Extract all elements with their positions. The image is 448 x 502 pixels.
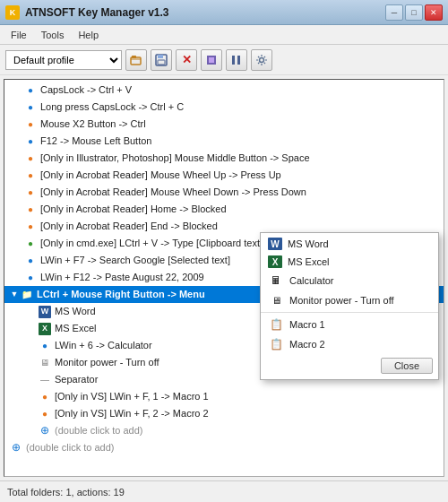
icon4-button[interactable] (201, 49, 222, 71)
tree-item[interactable]: ● [Only in VS] LWin + F, 1 -> Macro 1 (4, 388, 444, 405)
ctx-ms-excel[interactable]: X MS Excel (261, 253, 438, 271)
tree-item-label: [Only in Illustrator, Photoshop] Mouse M… (40, 151, 310, 166)
tree-item-label: F12 -> Mouse Left Button (40, 134, 151, 149)
delete-button[interactable]: ✕ (176, 49, 197, 71)
context-menu: W MS Word X MS Excel 🖩 Calculator 🖥 Moni… (260, 232, 439, 380)
tree-item-label: MS Word (55, 304, 96, 319)
tree-item[interactable]: ● CapsLock -> Ctrl + V (4, 82, 444, 99)
excel-icon: X (39, 323, 51, 335)
main-content: ● CapsLock -> Ctrl + V ● Long press Caps… (0, 75, 448, 480)
tree-item-label: [Only in Acrobat Reader] Mouse Wheel Up … (40, 168, 281, 183)
status-text: Total folders: 1, actions: 19 (7, 487, 125, 498)
expand-icon: ▼ (10, 290, 19, 299)
tree-item-label: [Only in VS] LWin + F, 1 -> Macro 1 (55, 389, 209, 404)
ctx-ms-word[interactable]: W MS Word (261, 235, 438, 253)
folder-label: LCtrl + Mouse Right Button -> Menu (37, 287, 205, 302)
action-icon: ● (39, 391, 51, 403)
action-icon: ● (24, 272, 37, 284)
pause-button[interactable] (226, 49, 247, 71)
tree-item[interactable]: ● [Only in VS] LWin + F, 2 -> Macro 2 (4, 405, 444, 422)
tree-item-label: (double click to add) (55, 423, 142, 438)
tree-item-label: Long press CapsLock -> Ctrl + C (40, 100, 184, 115)
separator-icon: — (39, 374, 51, 386)
ctx-macro2-icon: 📋 (268, 337, 284, 351)
svg-rect-4 (158, 60, 165, 65)
ctx-close-area: Close (261, 354, 438, 377)
ctx-close-button[interactable]: Close (381, 358, 433, 374)
ctx-item-label: Macro 2 (289, 339, 325, 350)
action-icon: ● (24, 135, 37, 148)
ctx-word-icon: W (268, 238, 282, 250)
tree-item-label: [Only in Acrobat Reader] Mouse Wheel Dow… (40, 185, 306, 200)
menu-file[interactable]: File (4, 28, 34, 42)
title-bar: K ATNSOFT Key Manager v1.3 ─ □ ✕ (0, 0, 448, 25)
tree-item-label: LWin + F7 -> Search Google [Selected tex… (40, 253, 230, 268)
tree-item[interactable]: ● [Only in Acrobat Reader] Mouse Wheel U… (4, 167, 444, 184)
action-icon: ● (24, 118, 37, 131)
profile-select[interactable]: Default profile (5, 50, 122, 70)
menu-bar: File Tools Help (0, 25, 448, 45)
tree-item[interactable]: ● Mouse X2 Button -> Ctrl (4, 116, 444, 133)
ctx-macro1[interactable]: 📋 Macro 1 (261, 315, 438, 334)
tree-item[interactable]: ● Long press CapsLock -> Ctrl + C (4, 99, 444, 116)
open-button[interactable] (125, 49, 147, 71)
tree-item-label: LWin + 6 -> Calculator (55, 338, 152, 353)
tree-item-label: [Only in cmd.exe] LCtrl + V -> Type [Cli… (40, 236, 263, 251)
svg-point-9 (260, 57, 264, 62)
status-bar: Total folders: 1, actions: 19 (0, 480, 448, 502)
action-icon: ● (24, 84, 37, 97)
svg-rect-3 (158, 55, 163, 58)
toolbar: Default profile ✕ (0, 45, 448, 75)
tree-item[interactable]: ● [Only in Acrobat Reader] Home -> Block… (4, 201, 444, 218)
ctx-excel-icon: X (268, 255, 282, 268)
add-icon: ⊕ (39, 425, 51, 437)
svg-rect-1 (132, 56, 136, 58)
ctx-item-label: MS Excel (288, 256, 329, 267)
svg-rect-8 (237, 56, 240, 65)
tree-item[interactable]: ● [Only in Illustrator, Photoshop] Mouse… (4, 150, 444, 167)
action-icon: ● (39, 340, 51, 352)
save-button[interactable] (151, 49, 172, 71)
tree-item-label: MS Excel (55, 321, 96, 336)
menu-help[interactable]: Help (71, 28, 106, 42)
action-icon: ● (24, 238, 37, 250)
tree-item[interactable]: ● [Only in Acrobat Reader] Mouse Wheel D… (4, 184, 444, 201)
ctx-item-label: Monitor power - Turn off (289, 295, 394, 306)
ctx-separator (261, 312, 438, 313)
minimize-button[interactable]: ─ (385, 4, 403, 21)
window-title: ATNSOFT Key Manager v1.3 (25, 6, 385, 19)
action-icon: ● (24, 221, 37, 233)
action-icon: ● (24, 152, 37, 165)
action-icon: ● (24, 203, 37, 216)
tree-item-label: Separator (55, 372, 98, 387)
maximize-button[interactable]: □ (405, 4, 423, 21)
add-icon: ⊕ (10, 442, 22, 454)
ctx-calc-icon: 🖩 (268, 273, 284, 288)
action-icon: ● (39, 408, 51, 420)
close-window-button[interactable]: ✕ (425, 4, 443, 21)
folder-icon: 📁 (21, 289, 33, 301)
action-icon: ● (24, 255, 37, 267)
tree-item[interactable]: ● F12 -> Mouse Left Button (4, 133, 444, 150)
menu-tools[interactable]: Tools (34, 28, 72, 42)
ctx-calculator[interactable]: 🖩 Calculator (261, 271, 438, 290)
svg-rect-0 (131, 57, 141, 65)
ctx-item-label: MS Word (288, 238, 329, 249)
tree-item[interactable]: ⊕ (double click to add) (4, 439, 444, 456)
tree-item[interactable]: ⊕ (double click to add) (4, 422, 444, 439)
action-icon: 🖥 (39, 357, 51, 369)
tree-item-label: (double click to add) (26, 440, 114, 455)
svg-rect-7 (232, 56, 235, 65)
ctx-monitor-power[interactable]: 🖥 Monitor power - Turn off (261, 290, 438, 310)
svg-rect-6 (209, 57, 214, 63)
tree-item-label: Mouse X2 Button -> Ctrl (40, 117, 146, 132)
word-icon: W (39, 306, 51, 318)
ctx-macro2[interactable]: 📋 Macro 2 (261, 334, 438, 354)
tree-item-label: Monitor power - Turn off (55, 355, 159, 370)
action-icon: ● (24, 101, 37, 114)
ctx-macro1-icon: 📋 (268, 317, 284, 332)
settings-button[interactable] (251, 49, 272, 71)
tree-item-label: [Only in Acrobat Reader] End -> Blocked (40, 219, 218, 234)
tree-item-label: LWin + F12 -> Paste August 22, 2009 (40, 270, 204, 285)
action-icon: ● (24, 186, 37, 199)
